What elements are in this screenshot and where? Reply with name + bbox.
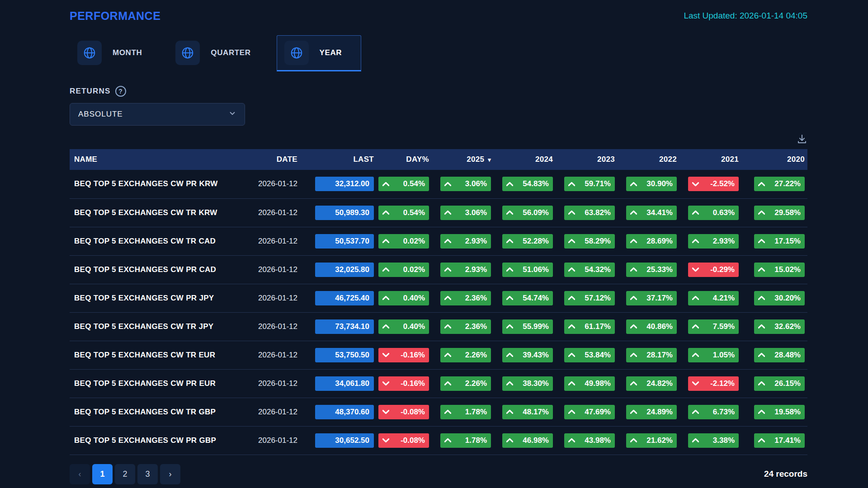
pct-badge: 2.26% — [440, 348, 491, 362]
pct-cell: 0.54% — [377, 170, 432, 198]
pct-cell: 3.38% — [679, 426, 741, 455]
pct-badge: -0.08% — [378, 405, 429, 419]
pct-badge: 49.98% — [564, 376, 615, 391]
pct-cell: 48.17% — [494, 398, 556, 426]
last-badge: 34,061.80 — [315, 376, 374, 391]
pct-cell: 1.05% — [679, 341, 741, 369]
name-cell: BEQ TOP 5 EXCHANGES CW TR EUR — [70, 341, 232, 369]
pct-badge: 40.86% — [626, 319, 677, 334]
pct-badge: 0.40% — [378, 291, 429, 305]
caret-up-icon — [758, 409, 765, 414]
pct-badge: 0.02% — [378, 263, 429, 277]
last-cell: 50,537.70 — [300, 227, 377, 255]
date-cell: 2026-01-12 — [232, 398, 300, 426]
pct-cell: 58.29% — [556, 227, 618, 255]
pct-badge: 53.84% — [564, 348, 615, 362]
pct-badge: 21.62% — [626, 433, 677, 448]
column-header-last[interactable]: LAST — [300, 149, 377, 170]
last-badge: 32,025.80 — [315, 263, 374, 277]
pct-cell: 43.98% — [556, 426, 618, 455]
returns-dropdown[interactable]: ABSOLUTE — [70, 103, 245, 126]
pct-cell: -0.08% — [377, 398, 432, 426]
table-row: BEQ TOP 5 EXCHANGES CW PR EUR2026-01-123… — [70, 369, 807, 398]
caret-up-icon — [758, 182, 765, 187]
table-row: BEQ TOP 5 EXCHANGES CW TR EUR2026-01-125… — [70, 341, 807, 369]
last-cell: 32,312.00 — [300, 170, 377, 198]
globe-icon — [77, 41, 102, 65]
tab-quarter[interactable]: QUARTER — [168, 35, 270, 71]
column-header-day[interactable]: DAY% — [377, 149, 432, 170]
tab-year[interactable]: YEAR — [277, 35, 362, 71]
tab-label: YEAR — [320, 48, 342, 57]
column-header-2021[interactable]: 2021 — [679, 149, 741, 170]
pct-cell: 54.83% — [494, 170, 556, 198]
pct-cell: 2.36% — [432, 312, 494, 341]
pct-badge: 0.63% — [688, 206, 739, 220]
pct-badge: 15.02% — [754, 263, 805, 277]
column-header-2020[interactable]: 2020 — [741, 149, 807, 170]
last-cell: 48,370.60 — [300, 398, 377, 426]
download-icon[interactable] — [797, 134, 807, 145]
page-button-2[interactable]: 2 — [115, 464, 135, 484]
name-cell: BEQ TOP 5 EXCHANGES CW PR EUR — [70, 369, 232, 398]
caret-up-icon — [758, 267, 765, 272]
pct-badge: 51.06% — [502, 263, 553, 277]
performance-table: NAMEDATELASTDAY%2025▾2024202320222021202… — [70, 149, 807, 455]
name-cell: BEQ TOP 5 EXCHANGES CW PR JPY — [70, 284, 232, 312]
last-cell: 50,989.30 — [300, 198, 377, 227]
table-row: BEQ TOP 5 EXCHANGES CW PR KRW2026-01-123… — [70, 170, 807, 198]
column-header-2023[interactable]: 2023 — [556, 149, 618, 170]
pct-badge: 24.89% — [626, 405, 677, 419]
pct-badge: 4.21% — [688, 291, 739, 305]
caret-up-icon — [506, 352, 513, 357]
pct-badge: 17.41% — [754, 433, 805, 448]
pct-badge: 1.78% — [440, 405, 491, 419]
pct-cell: 56.09% — [494, 198, 556, 227]
caret-up-icon — [506, 239, 513, 244]
pct-cell: 47.69% — [556, 398, 618, 426]
last-badge: 30,652.50 — [315, 433, 374, 448]
table-header: NAMEDATELASTDAY%2025▾2024202320222021202… — [70, 149, 807, 170]
column-header-2022[interactable]: 2022 — [618, 149, 679, 170]
caret-up-icon — [630, 296, 637, 300]
column-header-name[interactable]: NAME — [70, 149, 232, 170]
column-header-2024[interactable]: 2024 — [494, 149, 556, 170]
page-button-3[interactable]: 3 — [137, 464, 158, 484]
help-icon[interactable]: ? — [115, 86, 126, 97]
caret-up-icon — [758, 324, 765, 329]
pct-badge: 52.28% — [502, 234, 553, 249]
content-area: PERFORMANCE Last Updated: 2026-01-14 04:… — [70, 7, 807, 484]
pct-badge: -0.16% — [378, 348, 429, 362]
pct-badge: 28.69% — [626, 234, 677, 249]
pct-cell: 57.12% — [556, 284, 618, 312]
next-page-button[interactable]: › — [160, 464, 180, 484]
pct-cell: 2.93% — [432, 255, 494, 284]
footer-row: ‹123› 24 records — [70, 464, 807, 484]
pct-badge: 30.20% — [754, 291, 805, 305]
records-count: 24 records — [764, 469, 807, 479]
caret-up-icon — [506, 409, 513, 414]
pct-badge: -0.16% — [378, 376, 429, 391]
last-cell: 34,061.80 — [300, 369, 377, 398]
pct-cell: 28.69% — [618, 227, 679, 255]
pct-cell: 0.54% — [377, 198, 432, 227]
column-header-date[interactable]: DATE — [232, 149, 300, 170]
pct-badge: 2.36% — [440, 319, 491, 334]
page-button-1[interactable]: 1 — [92, 464, 113, 484]
last-badge: 32,312.00 — [315, 177, 374, 191]
caret-up-icon — [630, 210, 637, 215]
column-header-2025[interactable]: 2025▾ — [432, 149, 494, 170]
tab-month[interactable]: MONTH — [70, 35, 161, 71]
prev-page-button[interactable]: ‹ — [70, 464, 90, 484]
date-cell: 2026-01-12 — [232, 426, 300, 455]
pct-badge: 46.98% — [502, 433, 553, 448]
caret-up-icon — [568, 324, 575, 329]
caret-up-icon — [506, 210, 513, 215]
caret-up-icon — [692, 324, 699, 329]
pct-cell: 17.15% — [741, 227, 807, 255]
pct-badge: 28.48% — [754, 348, 805, 362]
tab-label: MONTH — [113, 48, 142, 57]
caret-up-icon — [506, 438, 513, 443]
pct-cell: 26.15% — [741, 369, 807, 398]
caret-up-icon — [758, 296, 765, 300]
